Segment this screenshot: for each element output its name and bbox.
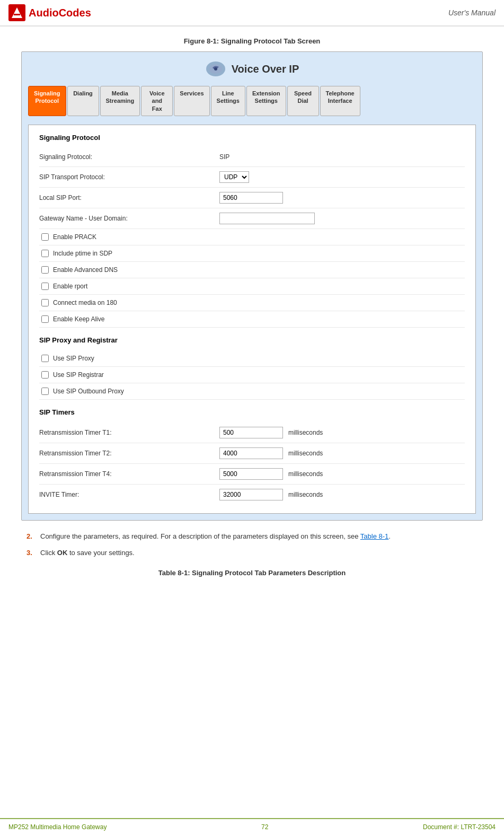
instruction-2-number: 2.: [26, 531, 35, 542]
sip-transport-label: SIP Transport Protocol:: [39, 173, 219, 181]
tab-line-settings[interactable]: LineSettings: [211, 86, 245, 116]
voip-title: Voice Over IP: [232, 63, 299, 75]
enable-keep-alive-checkbox[interactable]: [41, 315, 49, 323]
instruction-2-text: Configure the parameters, as required. F…: [40, 531, 391, 542]
include-ptime-label: Include ptime in SDP: [53, 250, 112, 257]
local-sip-port-input[interactable]: [219, 192, 283, 204]
footer-document-number: Document #: LTRT-23504: [423, 823, 496, 831]
timer-t2-input[interactable]: [219, 447, 283, 459]
enable-rport-row: Enable rport: [39, 278, 465, 295]
page-footer: MP252 Multimedia Home Gateway 72 Documen…: [0, 818, 504, 835]
enable-keep-alive-row: Enable Keep Alive: [39, 311, 465, 328]
manual-title: User's Manual: [448, 8, 496, 17]
use-sip-proxy-checkbox[interactable]: [41, 355, 49, 362]
footer-page-number: 72: [261, 823, 268, 831]
instruction-3-text: Click OK to save your settings.: [40, 548, 135, 558]
gateway-name-row: Gateway Name - User Domain:: [39, 208, 465, 229]
tab-signaling-protocol[interactable]: SignalingProtocol: [28, 86, 66, 116]
instruction-2: 2. Configure the parameters, as required…: [26, 531, 483, 542]
voip-header: Voice Over IP: [28, 58, 476, 80]
invite-timer-row: INVITE Timer: milliseconds: [39, 485, 465, 505]
sip-transport-select[interactable]: UDP TCP TLS: [219, 171, 249, 183]
enable-advanced-dns-row: Enable Advanced DNS: [39, 262, 465, 278]
invite-timer-unit: milliseconds: [288, 491, 323, 498]
nav-tabs: SignalingProtocol Dialing MediaStreaming…: [28, 86, 476, 116]
timer-t1-label: Retransmission Timer T1:: [39, 429, 219, 436]
tab-dialing[interactable]: Dialing: [67, 86, 99, 116]
tab-extension-settings[interactable]: ExtensionSettings: [246, 86, 286, 116]
instructions: 2. Configure the parameters, as required…: [21, 531, 483, 558]
connect-media-label: Connect media on 180: [53, 299, 117, 306]
enable-prack-label: Enable PRACK: [53, 233, 96, 241]
gateway-name-input[interactable]: [219, 213, 315, 224]
use-sip-proxy-row: Use SIP Proxy: [39, 350, 465, 367]
timer-t4-row: Retransmission Timer T4: milliseconds: [39, 464, 465, 485]
use-sip-outbound-checkbox[interactable]: [41, 388, 49, 395]
svg-point-5: [214, 67, 217, 71]
tab-voice-and-fax[interactable]: VoiceandFax: [141, 86, 173, 116]
tab-media-streaming[interactable]: MediaStreaming: [100, 86, 140, 116]
invite-timer-input[interactable]: [219, 489, 283, 500]
signaling-protocol-row: Signaling Protocol: SIP: [39, 148, 465, 167]
timer-t2-unit: milliseconds: [288, 450, 323, 457]
ok-label: OK: [57, 549, 68, 557]
enable-prack-row: Enable PRACK: [39, 229, 465, 245]
use-sip-registrar-row: Use SIP Registrar: [39, 367, 465, 383]
sip-timers-section-title: SIP Timers: [39, 408, 465, 416]
use-sip-outbound-label: Use SIP Outbound Proxy: [53, 388, 124, 395]
voip-panel: Voice Over IP SignalingProtocol Dialing …: [21, 51, 483, 521]
page-header: AudioCodes User's Manual: [0, 0, 504, 27]
enable-rport-label: Enable rport: [53, 283, 87, 290]
timer-t4-input[interactable]: [219, 468, 283, 480]
enable-advanced-dns-checkbox[interactable]: [41, 266, 49, 274]
use-sip-registrar-label: Use SIP Registrar: [53, 371, 104, 379]
instruction-3: 3. Click OK to save your settings.: [26, 548, 483, 558]
timer-t4-label: Retransmission Timer T4:: [39, 470, 219, 478]
enable-rport-checkbox[interactable]: [41, 283, 49, 290]
enable-keep-alive-label: Enable Keep Alive: [53, 315, 104, 323]
local-sip-port-row: Local SIP Port:: [39, 188, 465, 208]
invite-timer-label: INVITE Timer:: [39, 491, 219, 498]
enable-prack-checkbox[interactable]: [41, 233, 49, 241]
timer-t2-label: Retransmission Timer T2:: [39, 450, 219, 457]
timer-t2-row: Retransmission Timer T2: milliseconds: [39, 443, 465, 464]
enable-advanced-dns-label: Enable Advanced DNS: [53, 266, 118, 274]
sip-proxy-section-title: SIP Proxy and Registrar: [39, 336, 465, 344]
voip-icon: [205, 58, 226, 80]
timer-t1-row: Retransmission Timer T1: milliseconds: [39, 423, 465, 443]
main-content: Figure 8-1: Signaling Protocol Tab Scree…: [0, 27, 504, 619]
tab-speed-dial[interactable]: SpeedDial: [287, 86, 319, 116]
logo-text: AudioCodes: [29, 7, 91, 19]
include-ptime-checkbox[interactable]: [41, 250, 49, 257]
svg-rect-2: [14, 14, 20, 15]
figure-title: Figure 8-1: Signaling Protocol Tab Scree…: [21, 37, 483, 45]
include-ptime-row: Include ptime in SDP: [39, 245, 465, 262]
local-sip-port-label: Local SIP Port:: [39, 194, 219, 201]
instruction-3-number: 3.: [26, 548, 35, 558]
tab-telephone-interface[interactable]: TelephoneInterface: [320, 86, 360, 116]
connect-media-row: Connect media on 180: [39, 295, 465, 311]
timer-t1-input[interactable]: [219, 427, 283, 438]
audiocodes-logo-icon: [8, 4, 25, 21]
table-8-1-link[interactable]: Table 8-1: [360, 532, 388, 540]
logo-container: AudioCodes: [8, 4, 91, 21]
form-panel: Signaling Protocol Signaling Protocol: S…: [28, 125, 476, 514]
sip-transport-row: SIP Transport Protocol: UDP TCP TLS: [39, 167, 465, 188]
gateway-name-label: Gateway Name - User Domain:: [39, 215, 219, 222]
use-sip-outbound-row: Use SIP Outbound Proxy: [39, 383, 465, 400]
table-title: Table 8-1: Signaling Protocol Tab Parame…: [21, 569, 483, 577]
signaling-protocol-section-title: Signaling Protocol: [39, 134, 465, 142]
tab-services[interactable]: Services: [174, 86, 209, 116]
footer-product-name: MP252 Multimedia Home Gateway: [8, 823, 107, 831]
timer-t4-unit: milliseconds: [288, 470, 323, 478]
timer-t1-unit: milliseconds: [288, 429, 323, 436]
signaling-protocol-value: SIP: [219, 153, 229, 161]
use-sip-registrar-checkbox[interactable]: [41, 371, 49, 379]
signaling-protocol-label: Signaling Protocol:: [39, 153, 219, 161]
connect-media-checkbox[interactable]: [41, 299, 49, 306]
use-sip-proxy-label: Use SIP Proxy: [53, 355, 94, 362]
